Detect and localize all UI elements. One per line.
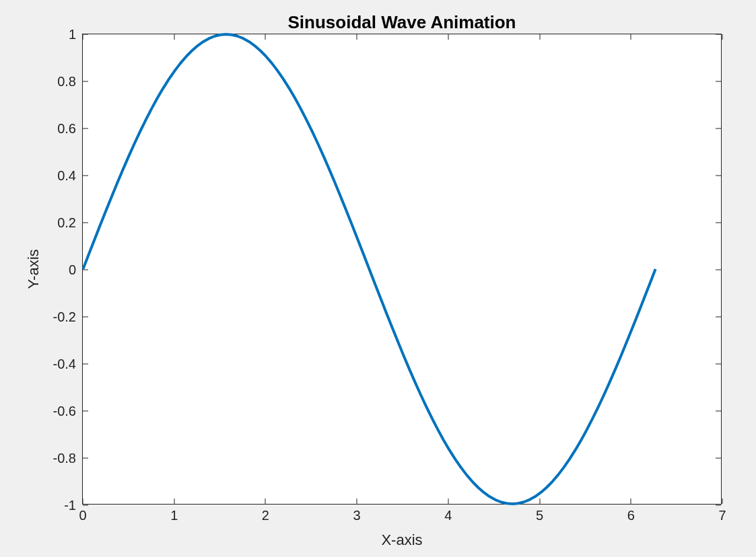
x-tick-mark xyxy=(722,498,723,504)
x-tick-mark xyxy=(539,34,540,40)
figure-background: Sinusoidal Wave Animation 01234567-1-0.8… xyxy=(0,0,756,557)
y-tick-mark xyxy=(716,223,721,223)
x-tick-label: 5 xyxy=(536,508,543,523)
x-tick-label: 3 xyxy=(353,508,361,523)
chart-title: Sinusoidal Wave Animation xyxy=(287,12,516,33)
x-tick-label: 1 xyxy=(170,508,178,523)
y-tick-label: -1 xyxy=(64,498,76,513)
y-tick-mark xyxy=(716,411,721,412)
y-tick-mark xyxy=(83,270,88,270)
x-tick-label: 0 xyxy=(79,508,86,523)
y-tick-mark xyxy=(83,364,88,365)
x-tick-mark xyxy=(722,34,723,40)
x-tick-mark xyxy=(174,498,174,504)
y-axis-label: Y-axis xyxy=(25,249,42,289)
x-tick-mark xyxy=(539,498,540,504)
y-tick-mark xyxy=(716,81,721,82)
y-tick-label: 0 xyxy=(69,262,76,278)
x-tick-mark xyxy=(631,34,631,40)
y-tick-label: -0.4 xyxy=(53,357,76,372)
x-tick-mark xyxy=(448,498,448,504)
y-tick-mark xyxy=(83,34,88,35)
y-tick-mark xyxy=(716,364,721,365)
y-tick-mark xyxy=(716,176,721,176)
x-tick-mark xyxy=(83,498,83,504)
x-tick-label: 2 xyxy=(262,508,269,523)
y-tick-mark xyxy=(83,411,88,412)
y-tick-mark xyxy=(716,458,721,459)
y-tick-mark xyxy=(83,317,88,318)
x-tick-label: 6 xyxy=(627,508,635,523)
y-tick-mark xyxy=(716,505,721,506)
x-tick-mark xyxy=(265,498,266,504)
y-tick-mark xyxy=(716,128,721,129)
y-tick-label: -0.6 xyxy=(53,404,76,419)
x-axis-label: X-axis xyxy=(381,531,422,549)
y-tick-mark xyxy=(83,128,88,129)
x-tick-mark xyxy=(357,498,357,504)
y-tick-mark xyxy=(83,81,88,82)
y-tick-mark xyxy=(83,176,88,176)
y-tick-label: 0.4 xyxy=(57,168,76,184)
y-tick-mark xyxy=(716,270,721,270)
y-tick-mark xyxy=(716,34,721,35)
y-tick-label: 1 xyxy=(69,27,76,42)
x-tick-mark xyxy=(83,34,83,40)
axes: 01234567-1-0.8-0.6-0.4-0.200.20.40.60.81 xyxy=(82,34,722,505)
series-line xyxy=(83,34,655,504)
x-tick-label: 7 xyxy=(718,508,726,523)
plot-canvas xyxy=(83,34,721,504)
y-tick-mark xyxy=(83,458,88,459)
y-tick-label: -0.2 xyxy=(53,309,76,325)
x-tick-mark xyxy=(631,498,631,504)
x-tick-mark xyxy=(265,34,266,40)
x-tick-mark xyxy=(357,34,357,40)
y-tick-mark xyxy=(83,505,88,506)
y-tick-mark xyxy=(83,223,88,223)
x-tick-label: 4 xyxy=(444,508,452,523)
y-tick-label: 0.6 xyxy=(57,121,76,137)
y-tick-mark xyxy=(716,317,721,318)
x-tick-mark xyxy=(174,34,174,40)
y-tick-label: 0.8 xyxy=(57,74,76,89)
y-tick-label: -0.8 xyxy=(53,451,76,466)
y-tick-label: 0.2 xyxy=(57,215,76,231)
x-tick-mark xyxy=(448,34,448,40)
